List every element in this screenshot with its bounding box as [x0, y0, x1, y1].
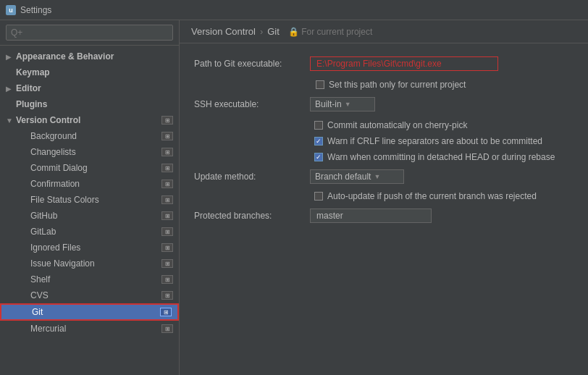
protected-branches-input[interactable] [310, 208, 432, 223]
sidebar-item-label: CVS [30, 290, 159, 300]
sidebar-item-label: Shelf [30, 274, 159, 285]
project-scope-icon: 🔒 [288, 27, 299, 37]
sidebar-item-keymap[interactable]: Keymap [0, 64, 179, 80]
content-panel: Version Control › Git 🔒 For current proj… [180, 20, 588, 375]
update-method-dropdown-value: Branch default [315, 172, 371, 182]
set-path-checkbox-row: Set this path only for current project [194, 80, 574, 90]
sidebar: ▶ Appearance & Behavior Keymap ▶ Editor … [0, 20, 180, 375]
sidebar-item-label: Editor [16, 83, 173, 93]
sidebar-item-label: Confirmation [30, 179, 159, 189]
sidebar-item-label: Mercurial [30, 324, 159, 334]
sidebar-item-label: Commit Dialog [30, 163, 159, 173]
update-method-value: Branch default ▼ [310, 169, 574, 184]
sidebar-item-changelists[interactable]: Changelists ⊞ [0, 144, 179, 160]
sidebar-item-filestatuscolors[interactable]: File Status Colors ⊞ [0, 192, 179, 208]
sidebar-item-versioncontrol[interactable]: ▼ Version Control ⊞ [0, 112, 179, 128]
sidebar-item-background[interactable]: Background ⊞ [0, 128, 179, 144]
protected-branches-value [310, 208, 574, 223]
sidebar-item-label: Keymap [16, 67, 173, 77]
page-icon: ⊞ [161, 259, 173, 268]
auto-update-checkbox[interactable] [314, 192, 323, 201]
sidebar-item-label: GitHub [30, 211, 159, 221]
protected-branches-row: Protected branches: [194, 207, 574, 224]
sidebar-item-confirmation[interactable]: Confirmation ⊞ [0, 176, 179, 192]
commit-cherry-pick-label: Commit automatically on cherry-pick [327, 120, 467, 130]
ssh-label: SSH executable: [194, 99, 310, 109]
sidebar-item-shelf[interactable]: Shelf ⊞ [0, 271, 179, 287]
page-icon: ⊞ [161, 132, 173, 140]
sidebar-item-label: Version Control [16, 115, 159, 125]
commit-cherry-pick-row: Commit automatically on cherry-pick [194, 120, 574, 130]
sidebar-item-label: Changelists [30, 147, 159, 157]
breadcrumb-part2: Git [267, 26, 280, 37]
breadcrumb-project-scope: 🔒 For current project [288, 27, 372, 37]
search-input[interactable] [6, 25, 173, 41]
sidebar-item-appearance[interactable]: ▶ Appearance & Behavior [0, 49, 179, 64]
dropdown-arrow-icon: ▼ [374, 173, 380, 180]
breadcrumb-separator: › [260, 26, 263, 37]
git-path-input[interactable] [310, 56, 498, 71]
page-icon: ⊞ [161, 227, 173, 236]
page-icon: ⊞ [161, 164, 173, 172]
warn-detached-row: Warn when committing in detached HEAD or… [194, 152, 574, 162]
sidebar-item-label: Appearance & Behavior [16, 51, 173, 62]
sidebar-item-label: Ignored Files [30, 243, 159, 253]
update-method-row: Update method: Branch default ▼ [194, 168, 574, 185]
warn-crlf-checkbox[interactable] [314, 137, 323, 146]
settings-content: Path to Git executable: Set this path on… [180, 43, 588, 375]
page-icon: ⊞ [161, 116, 173, 125]
page-icon: ⊞ [161, 195, 173, 204]
sidebar-item-label: Git [32, 307, 157, 317]
page-icon: ⊞ [161, 324, 173, 333]
sidebar-item-git[interactable]: Git ⊞ [0, 303, 179, 321]
sidebar-item-label: Background [30, 131, 159, 141]
search-bar [0, 20, 179, 46]
git-path-label: Path to Git executable: [194, 59, 310, 69]
page-icon: ⊞ [161, 211, 173, 220]
set-path-checkbox[interactable] [316, 80, 324, 89]
sidebar-item-label: GitLab [30, 227, 159, 237]
page-icon: ⊞ [161, 275, 173, 284]
breadcrumb-part1: Version Control [191, 26, 256, 37]
sidebar-item-issuenavigation[interactable]: Issue Navigation ⊞ [0, 256, 179, 271]
warn-detached-label: Warn when committing in detached HEAD or… [327, 152, 555, 162]
title-bar-text: Settings [20, 5, 51, 15]
main-layout: ▶ Appearance & Behavior Keymap ▶ Editor … [0, 20, 588, 375]
set-path-label: Set this path only for current project [329, 80, 466, 90]
sidebar-item-ignoredfiles[interactable]: Ignored Files ⊞ [0, 240, 179, 256]
ssh-dropdown[interactable]: Built-in ▼ [310, 97, 375, 111]
breadcrumb: Version Control › Git 🔒 For current proj… [180, 20, 588, 43]
ssh-executable-row: SSH executable: Built-in ▼ [194, 96, 574, 113]
sidebar-item-mercurial[interactable]: Mercurial ⊞ [0, 321, 179, 337]
sidebar-item-gitlab[interactable]: GitLab ⊞ [0, 224, 179, 240]
sidebar-item-plugins[interactable]: Plugins [0, 96, 179, 112]
git-path-value [310, 56, 574, 71]
page-icon: ⊞ [161, 243, 173, 252]
sidebar-tree: ▶ Appearance & Behavior Keymap ▶ Editor … [0, 46, 179, 375]
arrow-icon: ▶ [6, 85, 16, 93]
app-icon: u [6, 5, 16, 15]
arrow-icon: ▼ [6, 117, 16, 125]
warn-crlf-row: Warn if CRLF line separators are about t… [194, 136, 574, 146]
ssh-value: Built-in ▼ [310, 97, 574, 111]
warn-crlf-label: Warn if CRLF line separators are about t… [327, 136, 542, 146]
sidebar-item-editor[interactable]: ▶ Editor [0, 80, 179, 96]
auto-update-row: Auto-update if push of the current branc… [194, 191, 574, 201]
auto-update-label: Auto-update if push of the current branc… [327, 191, 537, 201]
sidebar-item-label: Plugins [16, 99, 173, 109]
sidebar-item-github[interactable]: GitHub ⊞ [0, 208, 179, 224]
page-icon: ⊞ [161, 148, 173, 156]
page-icon: ⊞ [161, 291, 173, 300]
commit-cherry-pick-checkbox[interactable] [314, 121, 323, 130]
warn-detached-checkbox[interactable] [314, 153, 323, 161]
update-method-dropdown[interactable]: Branch default ▼ [310, 169, 404, 184]
sidebar-item-cvs[interactable]: CVS ⊞ [0, 287, 179, 303]
protected-branches-label: Protected branches: [194, 211, 310, 221]
arrow-icon: ▶ [6, 53, 16, 61]
sidebar-item-label: File Status Colors [30, 195, 159, 205]
ssh-dropdown-value: Built-in [315, 99, 342, 109]
sidebar-item-label: Issue Navigation [30, 258, 159, 269]
sidebar-item-commitdialog[interactable]: Commit Dialog ⊞ [0, 160, 179, 176]
git-path-row: Path to Git executable: [194, 55, 574, 72]
page-icon: ⊞ [160, 308, 172, 316]
